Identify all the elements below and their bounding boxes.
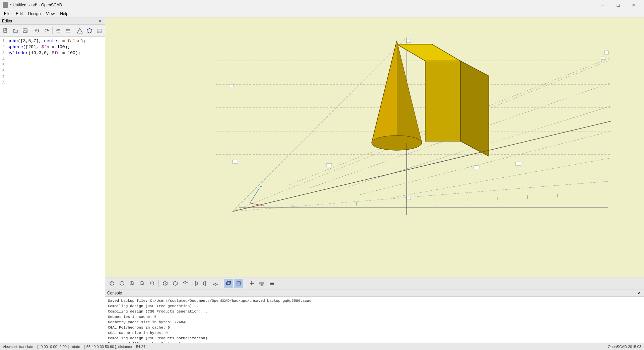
vp-view-right[interactable]	[191, 279, 200, 288]
line-content-4	[6, 56, 7, 62]
minimize-button[interactable]: ─	[595, 0, 610, 10]
svg-line-82	[165, 282, 167, 283]
vp-ruler-toggle[interactable]: 10	[257, 279, 266, 288]
svg-marker-87	[203, 281, 205, 285]
editor-line-7: 7	[0, 74, 105, 80]
viewport-area: z x	[105, 17, 644, 343]
vp-zoom-in[interactable]	[127, 279, 137, 288]
vp-view-bottom[interactable]	[211, 279, 220, 288]
line-content-1: cube([3,5,7], center = false);	[6, 38, 86, 44]
svg-rect-5	[24, 31, 26, 32]
console-line-4: Geometries in cache: 6	[108, 314, 641, 320]
vp-view-front[interactable]	[160, 279, 170, 288]
statusbar-left: Viewport: translate = [ -0.00 -0.00 -0.0…	[3, 345, 145, 349]
vp-perspective-button[interactable]	[107, 279, 117, 288]
viewport-3d[interactable]: z x	[105, 17, 644, 277]
line-content-7	[6, 74, 7, 80]
vp-sep1	[158, 280, 159, 287]
svg-line-81	[163, 282, 165, 283]
svg-rect-51	[233, 160, 238, 163]
vp-zoom-all[interactable]	[147, 279, 157, 288]
menu-file[interactable]: File	[1, 11, 13, 17]
console-line-3: Compiling design (CSG Products generatio…	[108, 309, 641, 314]
line-content-3: cylinder(10,3,0, $fn = 100);	[6, 50, 80, 56]
svg-rect-17	[105, 17, 644, 277]
console-panel: Console ✕ Saved backup file: C:/Users/sc…	[105, 289, 644, 343]
editor-content[interactable]: 1 cube([3,5,7], center = false); 2 spher…	[0, 37, 105, 343]
menubar: File Edit Design View Help	[0, 10, 644, 17]
vp-top-button[interactable]	[117, 279, 127, 288]
line-num-3: 3	[0, 50, 6, 56]
window-title: * Untitled.scad* - OpenSCAD	[10, 3, 62, 7]
svg-line-74	[133, 284, 134, 285]
sep1	[31, 27, 31, 34]
save-button[interactable]	[20, 26, 29, 35]
app-icon	[3, 2, 8, 8]
vp-view-top[interactable]	[181, 279, 190, 288]
open-button[interactable]	[11, 26, 20, 35]
export-stl-button[interactable]: STL	[94, 26, 104, 35]
svg-rect-56	[604, 51, 608, 54]
editor-line-3: 3 cylinder(10,3,0, $fn = 100);	[0, 50, 105, 56]
maximize-button[interactable]: □	[610, 0, 626, 10]
console-line-1: Saved backup file: C:/Users/sculpteo/Doc…	[108, 298, 641, 303]
main-content: Editor ✕	[0, 17, 644, 343]
svg-marker-86	[195, 281, 197, 285]
titlebar-left: * Untitled.scad* - OpenSCAD	[3, 2, 62, 8]
svg-rect-94	[237, 282, 240, 285]
svg-rect-102	[270, 282, 274, 282]
vp-menu-toggle[interactable]	[267, 279, 276, 288]
vp-edges-toggle[interactable]	[234, 279, 243, 288]
preview-button[interactable]	[75, 26, 84, 35]
line-num-5: 5	[0, 62, 6, 68]
console-header: Console ✕	[105, 289, 644, 297]
vp-ortho-toggle[interactable]	[224, 279, 233, 288]
vp-view-left[interactable]	[201, 279, 210, 288]
svg-rect-55	[407, 39, 411, 42]
viewport-svg: z x	[105, 17, 644, 277]
svg-text:STL: STL	[98, 30, 102, 32]
redo-button[interactable]	[42, 26, 51, 35]
menu-edit[interactable]: Edit	[13, 11, 25, 17]
statusbar-right: OpenSCAD 2015.03	[608, 345, 641, 349]
editor-toolbar: STL	[0, 25, 105, 37]
svg-marker-63	[460, 61, 489, 156]
render-button[interactable]	[85, 26, 94, 35]
close-button[interactable]: ✕	[626, 0, 641, 10]
new-button[interactable]	[1, 26, 10, 35]
svg-rect-59	[407, 197, 411, 200]
statusbar: Viewport: translate = [ -0.00 -0.00 -0.0…	[0, 343, 644, 350]
editor-line-8: 8	[0, 80, 105, 86]
vp-axes-toggle[interactable]	[247, 279, 256, 288]
undo-button[interactable]	[33, 26, 42, 35]
svg-rect-103	[270, 283, 274, 284]
line-num-7: 7	[0, 74, 6, 80]
editor-line-6: 6	[0, 68, 105, 74]
svg-rect-52	[326, 164, 332, 167]
editor-close-button[interactable]: ✕	[97, 18, 103, 24]
editor-line-5: 5	[0, 62, 105, 68]
line-content-5	[6, 62, 7, 68]
line-num-6: 6	[0, 68, 6, 74]
line-content-2: sphere([20], $fn = 100);	[6, 44, 70, 50]
editor-line-1: 1 cube([3,5,7], center = false);	[0, 38, 105, 44]
menu-design[interactable]: Design	[25, 11, 43, 17]
indent-button[interactable]	[54, 26, 63, 35]
menu-view[interactable]: View	[43, 11, 57, 17]
vp-sep3	[245, 280, 245, 287]
svg-rect-54	[516, 162, 521, 165]
svg-text:z: z	[260, 183, 262, 187]
line-num-4: 4	[0, 56, 6, 62]
svg-marker-84	[173, 281, 177, 285]
console-close-button[interactable]: ✕	[636, 290, 642, 296]
vp-view-back[interactable]	[171, 279, 180, 288]
console-content[interactable]: Saved backup file: C:/Users/sculpteo/Doc…	[105, 297, 644, 343]
editor-header: Editor ✕	[0, 17, 105, 25]
vp-zoom-out[interactable]	[137, 279, 147, 288]
menu-help[interactable]: Help	[57, 11, 71, 17]
editor-title: Editor	[2, 19, 12, 23]
editor-panel: Editor ✕	[0, 17, 105, 343]
console-line-7: CGAL cache size in bytes: 0	[108, 330, 641, 336]
svg-rect-104	[270, 284, 274, 285]
unindent-button[interactable]	[64, 26, 73, 35]
